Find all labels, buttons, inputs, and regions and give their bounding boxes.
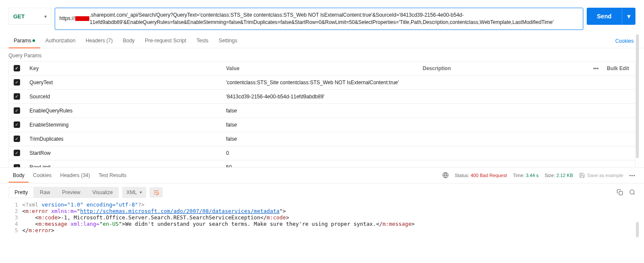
checkbox[interactable]: ✓ bbox=[14, 79, 20, 86]
scrollbar[interactable] bbox=[636, 34, 639, 158]
response-tabs: Body Cookies Headers (34) Test Results S… bbox=[0, 167, 644, 183]
response-body-toolbar: Pretty Raw Preview Visualize XML ▾ bbox=[0, 183, 644, 201]
url-input[interactable]: https://.sharepoint.com/_api/Search/Quer… bbox=[55, 8, 583, 30]
more-icon[interactable]: ••• bbox=[588, 62, 601, 75]
param-value[interactable]: '8413cd39-2156-4e00-b54d-11efd9abdb89' bbox=[221, 90, 418, 103]
view-raw[interactable]: Raw bbox=[34, 187, 56, 198]
param-desc[interactable] bbox=[418, 107, 588, 114]
checkbox[interactable]: ✓ bbox=[14, 107, 20, 114]
tab-headers[interactable]: Headers (7) bbox=[80, 34, 118, 48]
param-value[interactable]: 0 bbox=[221, 147, 418, 160]
copy-icon[interactable] bbox=[617, 189, 623, 195]
header-description: Description bbox=[418, 62, 588, 75]
status-text: Status: 400 Bad Request bbox=[455, 173, 507, 178]
param-value[interactable]: false bbox=[221, 133, 418, 145]
tab-response-body[interactable]: Body bbox=[9, 168, 29, 183]
table-row[interactable]: ✓ EnableStemming false bbox=[9, 118, 635, 132]
param-value[interactable]: false bbox=[221, 118, 418, 131]
table-row[interactable]: ✓ RowLimit 50 bbox=[9, 160, 635, 167]
redacted-domain bbox=[75, 16, 89, 21]
cookies-link[interactable]: Cookies bbox=[614, 35, 635, 47]
send-button-label: Send bbox=[587, 13, 622, 20]
more-icon[interactable]: ••• bbox=[629, 173, 635, 178]
tab-tests[interactable]: Tests bbox=[191, 34, 214, 48]
checkbox[interactable]: ✓ bbox=[14, 136, 20, 142]
param-value[interactable]: 50 bbox=[221, 161, 418, 167]
param-desc[interactable] bbox=[418, 93, 588, 100]
http-method-select[interactable]: GET ▾ bbox=[9, 8, 51, 25]
tab-params[interactable]: Params bbox=[9, 34, 40, 48]
send-dropdown[interactable]: ▾ bbox=[622, 8, 635, 25]
param-desc[interactable] bbox=[418, 164, 588, 167]
param-key[interactable]: RowLimit bbox=[24, 161, 221, 167]
http-method-label: GET bbox=[13, 13, 25, 20]
tab-response-tests[interactable]: Test Results bbox=[94, 168, 131, 183]
param-value[interactable]: false bbox=[221, 104, 418, 117]
tab-response-cookies[interactable]: Cookies bbox=[29, 168, 56, 183]
view-visualize[interactable]: Visualize bbox=[86, 187, 119, 198]
size-text: Size: 2.12 KB bbox=[544, 173, 573, 178]
tab-body[interactable]: Body bbox=[118, 34, 140, 48]
param-desc[interactable] bbox=[418, 79, 588, 86]
tab-authorization[interactable]: Authorization bbox=[40, 34, 80, 48]
query-params-title: Query Params bbox=[0, 48, 644, 61]
param-desc[interactable] bbox=[418, 121, 588, 128]
chevron-down-icon: ▾ bbox=[44, 14, 47, 19]
url-suffix: .sharepoint.com/_api/Search/Query?QueryT… bbox=[90, 12, 579, 26]
tab-prerequest[interactable]: Pre-request Script bbox=[140, 34, 191, 48]
scrollbar[interactable] bbox=[636, 222, 639, 237]
save-as-example-button[interactable]: Save as example bbox=[579, 172, 623, 178]
param-key[interactable]: StartRow bbox=[24, 147, 221, 160]
checkbox[interactable]: ✓ bbox=[14, 121, 20, 128]
request-tabs: Params Authorization Headers (7) Body Pr… bbox=[0, 34, 644, 48]
param-value[interactable]: 'contentclass:STS_Site contentclass:STS_… bbox=[221, 76, 418, 89]
tab-settings[interactable]: Settings bbox=[214, 34, 242, 48]
params-table: ✓ Key Value Description ••• Bulk Edit ✓ … bbox=[9, 61, 635, 167]
view-preview[interactable]: Preview bbox=[56, 187, 86, 198]
table-row[interactable]: ✓ StartRow 0 bbox=[9, 146, 635, 160]
param-key[interactable]: SourceId bbox=[24, 90, 221, 103]
params-header-row: ✓ Key Value Description ••• Bulk Edit bbox=[9, 62, 635, 76]
param-key[interactable]: TrimDuplicates bbox=[24, 133, 221, 145]
table-row[interactable]: ✓ EnableQueryRules false bbox=[9, 104, 635, 118]
tab-response-headers[interactable]: Headers (34) bbox=[56, 168, 94, 183]
svg-point-2 bbox=[630, 190, 634, 194]
checkbox[interactable]: ✓ bbox=[14, 93, 20, 100]
table-row[interactable]: ✓ TrimDuplicates false bbox=[9, 132, 635, 146]
svg-rect-1 bbox=[619, 192, 623, 195]
view-mode-segment: Pretty Raw Preview Visualize bbox=[9, 187, 119, 198]
chevron-down-icon: ▾ bbox=[140, 190, 142, 195]
param-desc[interactable] bbox=[418, 150, 588, 157]
header-value: Value bbox=[221, 62, 418, 75]
line-wrap-icon[interactable] bbox=[150, 187, 163, 198]
checkbox[interactable]: ✓ bbox=[14, 150, 20, 156]
time-text: Time: 3.44 s bbox=[513, 173, 538, 178]
param-key[interactable]: EnableStemming bbox=[24, 118, 221, 131]
param-desc[interactable] bbox=[418, 136, 588, 142]
bulk-edit-link[interactable]: Bulk Edit bbox=[601, 62, 635, 75]
checkbox[interactable]: ✓ bbox=[14, 164, 20, 167]
param-key[interactable]: QueryText bbox=[24, 76, 221, 89]
send-button[interactable]: Send ▾ bbox=[587, 8, 635, 25]
view-pretty[interactable]: Pretty bbox=[9, 187, 34, 198]
dot-indicator bbox=[32, 39, 35, 42]
checkbox-all[interactable]: ✓ bbox=[14, 65, 20, 71]
globe-icon[interactable] bbox=[442, 172, 449, 178]
chevron-down-icon: ▾ bbox=[627, 13, 630, 20]
format-select[interactable]: XML ▾ bbox=[122, 187, 146, 198]
url-prefix: https:// bbox=[59, 15, 75, 22]
search-icon[interactable] bbox=[629, 189, 635, 195]
header-key: Key bbox=[24, 62, 221, 75]
table-row[interactable]: ✓ QueryText 'contentclass:STS_Site conte… bbox=[9, 76, 635, 90]
param-key[interactable]: EnableQueryRules bbox=[24, 104, 221, 117]
table-row[interactable]: ✓ SourceId '8413cd39-2156-4e00-b54d-11ef… bbox=[9, 90, 635, 104]
response-body-code[interactable]: 1<?xml version="1.0" encoding="utf-8"?> … bbox=[0, 201, 644, 238]
